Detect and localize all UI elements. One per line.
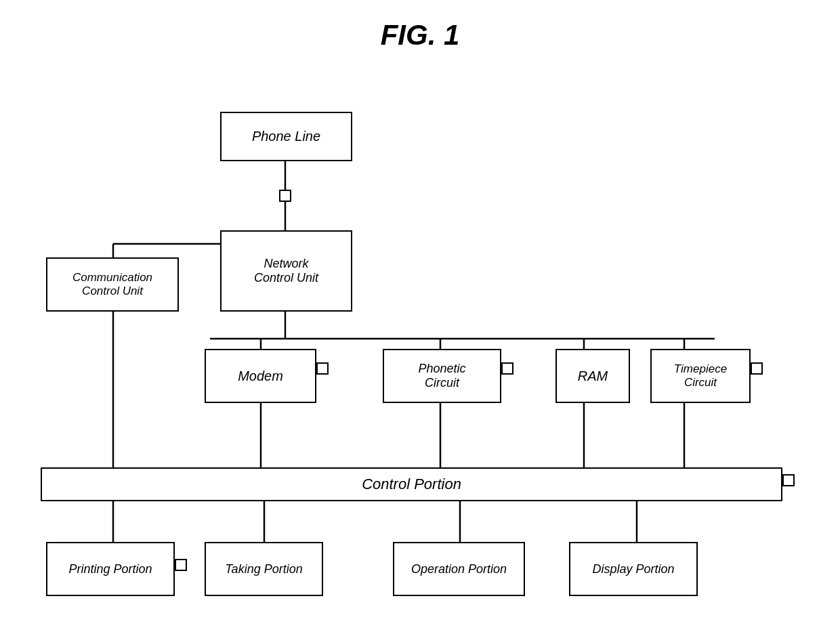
timepiece-box: Timepiece Circuit — [650, 349, 751, 403]
taking-portion-box: Taking Portion — [205, 542, 323, 596]
connection-lines — [0, 0, 840, 632]
printing-portion-box: Printing Portion — [46, 542, 175, 596]
operation-portion-box: Operation Portion — [393, 542, 525, 596]
phone-line-box: Phone Line — [220, 112, 352, 161]
modem-connector — [316, 362, 329, 375]
comm-control-box: Communication Control Unit — [46, 257, 179, 312]
timepiece-connector — [751, 362, 763, 375]
junction-square-phone — [279, 190, 291, 202]
modem-box: Modem — [205, 349, 316, 403]
figure-title: FIG. 1 — [381, 19, 460, 51]
control-portion-connector — [782, 474, 795, 486]
printing-connector — [175, 559, 187, 571]
diagram-container: FIG. 1 — [0, 0, 840, 632]
control-portion-box: Control Portion — [41, 467, 782, 501]
phonetic-circuit-box: Phonetic Circuit — [383, 349, 501, 403]
ram-box: RAM — [555, 349, 630, 403]
network-control-box: Network Control Unit — [220, 230, 352, 312]
display-portion-box: Display Portion — [569, 542, 698, 596]
phonetic-connector — [501, 362, 513, 375]
